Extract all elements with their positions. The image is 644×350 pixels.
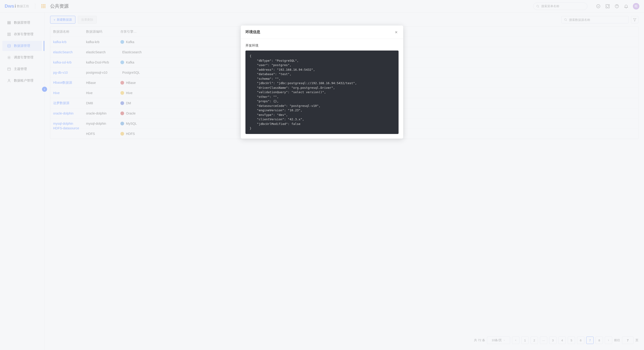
modal-body: 开发环境 { "dbType": "PostgreSQL", "user": "… [241, 39, 403, 139]
env-info-modal: 环境信息 开发环境 { "dbType": "PostgreSQL", "use… [241, 25, 403, 139]
env-label: 开发环境 [246, 43, 398, 48]
modal-close-button[interactable] [394, 30, 398, 34]
env-code-block: { "dbType": "PostgreSQL", "user": "postg… [246, 50, 398, 134]
modal-title: 环境信息 [246, 30, 260, 34]
modal-header: 环境信息 [241, 25, 403, 39]
